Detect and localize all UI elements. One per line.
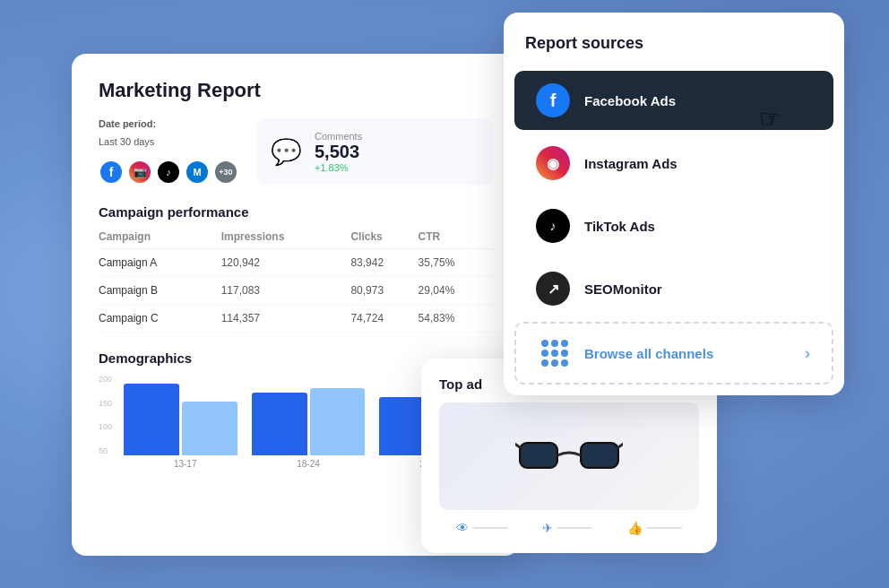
x-label-18-24: 18-24 [297, 459, 320, 469]
table-row: Campaign A 120,942 83,942 35,75% [99, 249, 493, 277]
comments-number: 5,503 [315, 142, 362, 162]
col-campaign: Campaign [99, 230, 221, 249]
campaign-b-name: Campaign B [99, 277, 221, 305]
x-label-13-17: 13-17 [174, 459, 197, 469]
dot [561, 359, 568, 367]
sunglasses-svg [515, 425, 623, 488]
platform-icons: f 📷 ♪ M +30 [99, 160, 238, 185]
campaign-a-clicks: 83,942 [350, 249, 418, 277]
campaign-a-name: Campaign A [99, 249, 221, 277]
browse-all-label: Browse all channels [584, 346, 713, 361]
date-value: Last 30 days [99, 136, 238, 147]
col-clicks: Clicks [350, 230, 418, 249]
dot [561, 350, 568, 357]
instagram-icon: 📷 [127, 160, 152, 185]
y-label: 200 [99, 375, 112, 384]
campaign-c-impressions: 114,357 [221, 305, 351, 333]
comments-label: Comments [315, 131, 362, 142]
campaign-b-ctr: 29,04% [419, 277, 493, 305]
seomonitor-logo: ↗ [536, 272, 570, 306]
table-row: Campaign C 114,357 74,724 54,83% [99, 305, 493, 333]
campaign-b-impressions: 117,083 [221, 277, 351, 305]
y-label: 150 [99, 399, 112, 408]
panel-title: Report sources [504, 34, 844, 67]
tiktok-ads-label: TikTok Ads [584, 219, 655, 234]
source-item-tiktok-ads[interactable]: ♪ TikTok Ads [514, 196, 833, 255]
source-item-instagram-ads[interactable]: ◉ Instagram Ads [514, 134, 833, 193]
source-item-seomonitor[interactable]: ↗ SEOMonitor [514, 259, 833, 318]
table-row: Campaign B 117,083 80,973 29,04% [99, 277, 493, 305]
ad-stats: 👁 ✈ 👍 [439, 521, 699, 535]
stat-line [557, 527, 592, 529]
facebook-icon: f [99, 160, 124, 185]
browse-all-channels[interactable]: Browse all channels › [514, 322, 833, 385]
ad-stat-shares: ✈ [542, 521, 592, 535]
top-row: Date period: Last 30 days f 📷 ♪ M +30 💬 … [99, 118, 493, 185]
svg-line-4 [515, 441, 520, 447]
stat-line [472, 527, 508, 529]
bar-light-13-17 [182, 402, 237, 455]
dot [561, 340, 568, 347]
bar-group-18-24 [252, 388, 366, 455]
share-icon: ✈ [542, 521, 553, 535]
facebook-logo: f [536, 83, 570, 117]
campaign-b-clicks: 80,973 [350, 277, 418, 305]
browse-dots-icon [538, 336, 572, 370]
tiktok-logo: ♪ [536, 209, 570, 243]
dot [541, 359, 548, 367]
campaign-performance-title: Campaign performance [99, 204, 493, 220]
like-icon: 👍 [627, 521, 643, 535]
y-label: 50 [99, 446, 112, 455]
svg-rect-2 [522, 445, 556, 466]
comments-data: Comments 5,503 +1.83% [315, 131, 362, 173]
bar-group-13-17 [124, 384, 237, 455]
campaign-c-clicks: 74,724 [350, 305, 418, 333]
y-label: 100 [99, 422, 112, 431]
dot [541, 340, 548, 347]
bar-light-18-24 [310, 388, 366, 455]
comments-section: 💬 Comments 5,503 +1.83% [256, 118, 493, 185]
col-ctr: CTR [419, 230, 493, 249]
source-item-facebook-ads[interactable]: f Facebook Ads [514, 71, 833, 130]
comments-change: +1.83% [315, 162, 362, 173]
stat-line [646, 527, 682, 529]
campaign-performance-section: Campaign performance Campaign Impression… [99, 204, 493, 333]
messenger-icon: M [185, 160, 210, 185]
campaign-c-ctr: 54,83% [419, 305, 493, 333]
dots-grid [541, 340, 568, 367]
facebook-ads-label: Facebook Ads [584, 93, 676, 108]
instagram-logo: ◉ [536, 146, 570, 180]
campaign-a-ctr: 35,75% [419, 249, 493, 277]
svg-line-5 [618, 441, 623, 447]
svg-rect-3 [583, 445, 617, 466]
bar-dark-18-24 [252, 393, 307, 455]
date-section: Date period: Last 30 days f 📷 ♪ M +30 [99, 118, 238, 185]
ad-stat-views: 👁 [456, 521, 508, 535]
date-label: Date period: [99, 118, 238, 129]
dot [541, 350, 548, 357]
y-axis: 200 150 100 50 [99, 375, 112, 455]
browse-chevron-icon: › [805, 344, 810, 363]
col-impressions: Impressions [221, 230, 351, 249]
dot [551, 359, 558, 367]
marketing-report-title: Marketing Report [99, 79, 493, 102]
seomonitor-label: SEOMonitor [584, 281, 662, 297]
tiktok-icon: ♪ [156, 160, 181, 185]
ad-stat-likes: 👍 [627, 521, 682, 535]
eye-icon: 👁 [456, 521, 469, 535]
campaign-table: Campaign Impressions Clicks CTR Campaign… [99, 230, 493, 333]
report-sources-panel: Report sources f Facebook Ads ◉ Instagra… [504, 13, 844, 395]
campaign-c-name: Campaign C [99, 305, 221, 333]
top-ad-image [439, 402, 699, 510]
more-platforms-icon: +30 [213, 160, 238, 185]
bar-dark-13-17 [124, 384, 179, 455]
campaign-a-impressions: 120,942 [221, 249, 351, 277]
instagram-ads-label: Instagram Ads [584, 156, 678, 171]
browse-left: Browse all channels [538, 336, 713, 370]
comment-icon: 💬 [271, 137, 302, 167]
dot [551, 350, 558, 357]
dot [551, 340, 558, 347]
